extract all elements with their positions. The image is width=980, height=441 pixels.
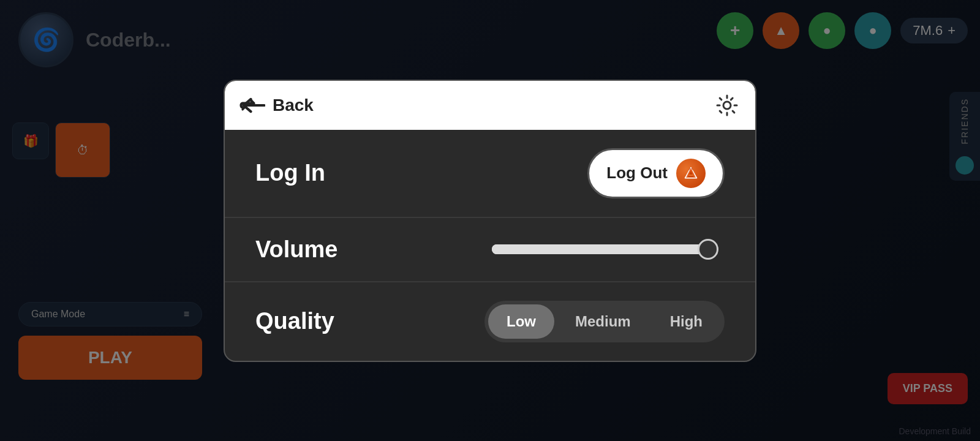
- volume-track[interactable]: [492, 244, 712, 254]
- logout-button[interactable]: Log Out: [587, 148, 725, 198]
- volume-thumb[interactable]: [698, 239, 718, 260]
- volume-fill: [492, 244, 695, 254]
- gear-button[interactable]: [714, 92, 741, 119]
- back-icon: [239, 92, 265, 118]
- volume-slider-container: [492, 244, 725, 254]
- svg-rect-8: [688, 175, 693, 176]
- quality-selector: Low Medium High: [484, 301, 725, 342]
- modal-header: Back: [225, 81, 755, 130]
- quality-medium[interactable]: Medium: [557, 304, 649, 339]
- volume-row: Volume: [225, 218, 755, 282]
- volume-label: Volume: [255, 236, 337, 263]
- back-label: Back: [273, 96, 314, 115]
- modal-overlay: Back Log In Log Out: [0, 0, 980, 441]
- modal-body: Log In Log Out: [225, 130, 755, 361]
- quality-row: Quality Low Medium High: [225, 282, 755, 361]
- back-button[interactable]: Back: [239, 92, 314, 118]
- quality-label: Quality: [255, 308, 334, 334]
- settings-modal: Back Log In Log Out: [224, 80, 756, 362]
- logout-button-text: Log Out: [606, 164, 668, 183]
- login-row: Log In Log Out: [225, 130, 755, 218]
- login-label: Log In: [255, 160, 325, 186]
- quality-low[interactable]: Low: [488, 304, 554, 339]
- logout-icon: [676, 159, 706, 188]
- quality-high[interactable]: High: [652, 304, 721, 339]
- svg-point-0: [723, 102, 731, 109]
